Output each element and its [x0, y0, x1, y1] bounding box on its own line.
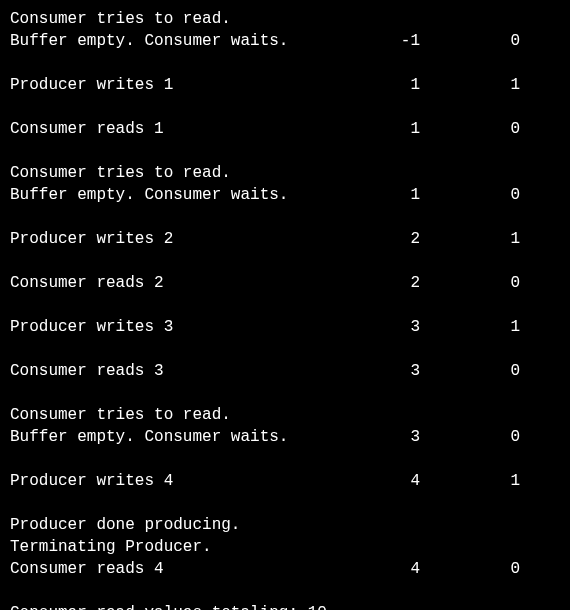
output-row: Consumer reads 330: [10, 360, 560, 382]
occupied-value: 1: [420, 74, 520, 96]
message-text: Buffer empty. Consumer waits.: [10, 426, 360, 448]
message-text: Consumer read values totaling: 10.: [10, 602, 360, 610]
buffer-value: 1: [360, 184, 420, 206]
occupied-value: 1: [420, 470, 520, 492]
buffer-value: 4: [360, 470, 420, 492]
output-row: Consumer tries to read.: [10, 8, 560, 30]
blank-line: [10, 250, 560, 272]
output-row: Producer writes 331: [10, 316, 560, 338]
occupied-value: 1: [420, 316, 520, 338]
message-text: Producer writes 3: [10, 316, 360, 338]
output-row: Buffer empty. Consumer waits.10: [10, 184, 560, 206]
output-row: Producer writes 111: [10, 74, 560, 96]
output-row: Consumer tries to read.: [10, 404, 560, 426]
output-row: Producer writes 441: [10, 470, 560, 492]
message-text: Consumer tries to read.: [10, 8, 360, 30]
output-row: Consumer tries to read.: [10, 162, 560, 184]
occupied-value: 0: [420, 118, 520, 140]
occupied-value: 1: [420, 228, 520, 250]
blank-line: [10, 140, 560, 162]
message-text: Buffer empty. Consumer waits.: [10, 30, 360, 52]
buffer-value: 1: [360, 74, 420, 96]
output-row: Consumer reads 110: [10, 118, 560, 140]
message-text: Buffer empty. Consumer waits.: [10, 184, 360, 206]
occupied-value: 0: [420, 30, 520, 52]
buffer-value: 3: [360, 426, 420, 448]
occupied-value: 0: [420, 426, 520, 448]
blank-line: [10, 382, 560, 404]
terminal-output: Consumer tries to read.Buffer empty. Con…: [10, 8, 560, 610]
output-row: Buffer empty. Consumer waits.30: [10, 426, 560, 448]
blank-line: [10, 448, 560, 470]
output-row: Consumer reads 220: [10, 272, 560, 294]
buffer-value: 4: [360, 558, 420, 580]
output-row: Consumer reads 440: [10, 558, 560, 580]
buffer-value: 2: [360, 272, 420, 294]
output-row: Terminating Producer.: [10, 536, 560, 558]
buffer-value: -1: [360, 30, 420, 52]
blank-line: [10, 492, 560, 514]
buffer-value: 3: [360, 316, 420, 338]
output-row: Consumer read values totaling: 10.: [10, 602, 560, 610]
output-row: Producer done producing.: [10, 514, 560, 536]
blank-line: [10, 96, 560, 118]
message-text: Producer done producing.: [10, 514, 360, 536]
output-row: Producer writes 221: [10, 228, 560, 250]
occupied-value: 0: [420, 360, 520, 382]
blank-line: [10, 338, 560, 360]
message-text: Producer writes 1: [10, 74, 360, 96]
buffer-value: 1: [360, 118, 420, 140]
message-text: Consumer reads 1: [10, 118, 360, 140]
message-text: Consumer tries to read.: [10, 404, 360, 426]
blank-line: [10, 580, 560, 602]
buffer-value: 3: [360, 360, 420, 382]
message-text: Consumer reads 2: [10, 272, 360, 294]
output-row: Buffer empty. Consumer waits.-10: [10, 30, 560, 52]
message-text: Consumer reads 4: [10, 558, 360, 580]
message-text: Consumer reads 3: [10, 360, 360, 382]
blank-line: [10, 206, 560, 228]
message-text: Producer writes 4: [10, 470, 360, 492]
occupied-value: 0: [420, 272, 520, 294]
message-text: Consumer tries to read.: [10, 162, 360, 184]
message-text: Producer writes 2: [10, 228, 360, 250]
occupied-value: 0: [420, 558, 520, 580]
occupied-value: 0: [420, 184, 520, 206]
buffer-value: 2: [360, 228, 420, 250]
blank-line: [10, 294, 560, 316]
blank-line: [10, 52, 560, 74]
message-text: Terminating Producer.: [10, 536, 360, 558]
